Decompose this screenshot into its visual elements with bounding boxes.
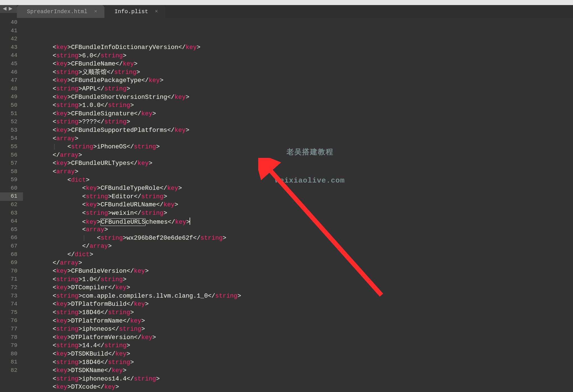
- code-line: <string>18D46</string>: [23, 309, 573, 317]
- line-number: 61: [0, 192, 23, 201]
- line-number: 73: [0, 292, 23, 300]
- close-icon[interactable]: ×: [155, 8, 158, 15]
- line-number: 55: [0, 143, 23, 151]
- line-number: 42: [0, 35, 23, 43]
- code-line: <key>DTSDKName</key>: [23, 367, 573, 375]
- line-number: 77: [0, 325, 23, 333]
- editor: 4041424344454647484950515253545556575859…: [0, 18, 573, 392]
- nav-back-icon[interactable]: ◀: [3, 5, 6, 13]
- code-line: <key>CFBundleTypeRole</key>: [23, 184, 573, 193]
- line-number: 78: [0, 333, 23, 342]
- line-number: 71: [0, 275, 23, 284]
- line-number: 69: [0, 259, 23, 267]
- code-line: <key>DTSDKBuild</key>: [23, 350, 573, 358]
- line-number: 56: [0, 151, 23, 160]
- line-number: 48: [0, 85, 23, 93]
- line-number: 47: [0, 76, 23, 85]
- code-line: <string>6.0</string>: [23, 52, 573, 60]
- line-number: 68: [0, 251, 23, 259]
- line-number: 51: [0, 110, 23, 118]
- line-number: 81: [0, 358, 23, 367]
- tab-infoplist[interactable]: Info.plist ×: [104, 5, 165, 18]
- code-line: </dict>: [23, 251, 573, 259]
- code-line: <dict>: [23, 176, 573, 185]
- line-number: 40: [0, 18, 23, 27]
- line-number: 70: [0, 267, 23, 276]
- tab-label: Info.plist: [115, 8, 148, 15]
- code-line: <key>DTPlatformName</key>: [23, 317, 573, 325]
- line-number: 46: [0, 68, 23, 77]
- code-line: <key>CFBundleShortVersionString</key>: [23, 93, 573, 102]
- line-number: 59: [0, 176, 23, 184]
- code-line: | <string>wx296b8ef20e6de62f</string>: [23, 234, 573, 242]
- code-line: <key>CFBundlePackageType</key>: [23, 76, 573, 85]
- line-number: 63: [0, 209, 23, 218]
- code-line: <key>DTPlatformBuild</key>: [23, 300, 573, 309]
- code-line: <key>CFBundleName</key>: [23, 60, 573, 68]
- line-number: 62: [0, 201, 23, 209]
- code-line: <string>18D46</string>: [23, 358, 573, 367]
- code-line: <string>weixin</string>: [23, 209, 573, 218]
- code-line: <string>com.apple.compilers.llvm.clang.1…: [23, 292, 573, 300]
- text-cursor: [190, 218, 190, 225]
- code-line: <string>iphoneos14.4</string>: [23, 375, 573, 383]
- line-number: 67: [0, 242, 23, 251]
- line-number: 57: [0, 159, 23, 168]
- code-line: <key>CFBundleSignature</key>: [23, 110, 573, 118]
- code-line: <string>义顺茶馆</string>: [23, 68, 573, 77]
- code-line: <key>DTPlatformVersion</key>: [23, 333, 573, 342]
- window-titlebar: [0, 0, 573, 5]
- code-line: | <string>iPhoneOS</string>: [23, 143, 573, 151]
- line-number: 58: [0, 168, 23, 176]
- close-icon[interactable]: ×: [94, 8, 97, 15]
- line-number: 54: [0, 134, 23, 143]
- code-line: <key>CFBundleVersion</key>: [23, 267, 573, 276]
- line-number: 80: [0, 350, 23, 358]
- line-number: 64: [0, 217, 23, 226]
- code-line: <key>CFBundleURLSchemes</key>: [23, 218, 573, 226]
- line-number: 79: [0, 342, 23, 350]
- code-line: <array>: [23, 135, 573, 143]
- vertical-scrollbar[interactable]: [567, 18, 573, 392]
- line-number: 41: [0, 27, 23, 35]
- code-line: <key>CFBundleURLTypes</key>: [23, 159, 573, 168]
- line-number: 82: [0, 367, 23, 375]
- code-area[interactable]: <key>CFBundleInfoDictionaryVersion</key>…: [23, 18, 573, 392]
- code-line: <key>CFBundleSupportedPlatforms</key>: [23, 126, 573, 135]
- code-line: <string>14.4</string>: [23, 342, 573, 350]
- code-line: <string>1.0.0</string>: [23, 101, 573, 110]
- nav-forward-icon[interactable]: ▶: [9, 5, 12, 13]
- code-line: <key>DTCompiler</key>: [23, 284, 573, 292]
- line-number: 75: [0, 309, 23, 317]
- code-line: <string>iphoneos</string>: [23, 325, 573, 333]
- line-number: 66: [0, 234, 23, 242]
- line-number: 72: [0, 284, 23, 292]
- line-number: 60: [0, 184, 23, 193]
- tab-spreaderindex[interactable]: SpreaderIndex.html ×: [17, 5, 104, 18]
- line-number: 44: [0, 52, 23, 60]
- code-line: <string>????</string>: [23, 118, 573, 126]
- code-line: <array>: [23, 168, 573, 176]
- tab-bar: SpreaderIndex.html × Info.plist ×: [17, 5, 573, 18]
- line-number: 74: [0, 300, 23, 309]
- line-number: 65: [0, 226, 23, 234]
- line-number: 45: [0, 60, 23, 68]
- code-line: </array>: [23, 259, 573, 267]
- code-line: <string>Editor</string>: [23, 193, 573, 201]
- code-line: </array>: [23, 242, 573, 251]
- line-number: 49: [0, 93, 23, 101]
- line-number: 52: [0, 118, 23, 126]
- code-line: <key>CFBundleInfoDictionaryVersion</key>: [23, 43, 573, 52]
- code-line: <key>CFBundleURLName</key>: [23, 201, 573, 209]
- code-line: </array>: [23, 151, 573, 160]
- code-line: <string>APPL</string>: [23, 85, 573, 93]
- line-number: 50: [0, 101, 23, 110]
- code-line: <key>DTXcode</key>: [23, 383, 573, 391]
- line-number: 43: [0, 43, 23, 52]
- code-line: <string>1.0</string>: [23, 276, 573, 284]
- line-number: 53: [0, 126, 23, 135]
- tab-label: SpreaderIndex.html: [27, 8, 87, 15]
- code-line: <array>: [23, 226, 573, 234]
- line-number-gutter: 4041424344454647484950515253545556575859…: [0, 18, 23, 392]
- line-number: 76: [0, 317, 23, 325]
